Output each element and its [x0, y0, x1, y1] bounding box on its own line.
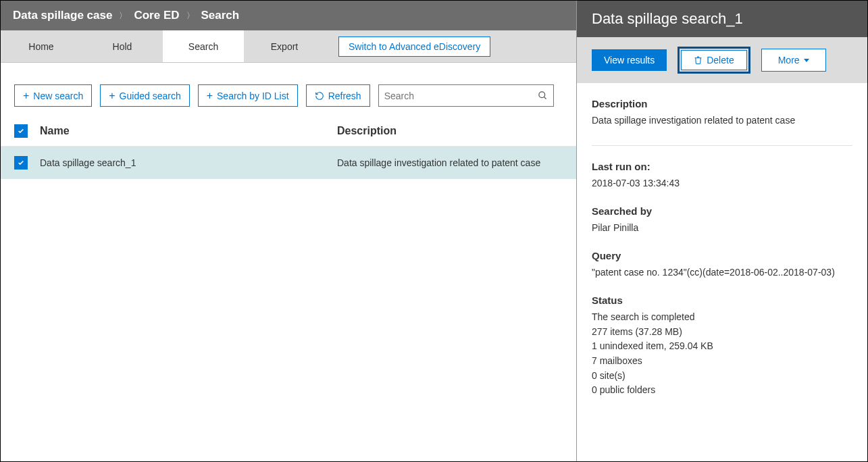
- guided-search-button[interactable]: + Guided search: [100, 84, 189, 107]
- tab-home[interactable]: Home: [1, 30, 82, 62]
- tab-hold[interactable]: Hold: [82, 30, 163, 62]
- search-icon: [538, 91, 548, 101]
- svg-line-1: [544, 97, 546, 99]
- table-row[interactable]: Data spillage search_1 Data spillage inv…: [1, 147, 576, 179]
- search-by-id-button[interactable]: + Search by ID List: [198, 84, 298, 107]
- plus-icon: +: [207, 91, 213, 101]
- view-results-button[interactable]: View results: [592, 49, 667, 71]
- chevron-right-icon: 〉: [186, 10, 195, 22]
- plus-icon: +: [23, 91, 29, 101]
- breadcrumb: Data spillage case 〉 Core ED 〉 Search: [1, 1, 576, 30]
- new-search-button[interactable]: + New search: [14, 84, 92, 107]
- status-line: The search is completed: [592, 310, 852, 325]
- toolbar: + New search + Guided search + Search by…: [1, 63, 576, 119]
- column-header-description[interactable]: Description: [337, 125, 563, 137]
- select-all-checkbox[interactable]: [14, 124, 28, 138]
- status-line: 277 items (37.28 MB): [592, 325, 852, 340]
- button-label: Delete: [707, 55, 734, 66]
- chevron-down-icon: [804, 59, 809, 62]
- refresh-icon: [315, 91, 324, 101]
- button-label: Guided search: [120, 91, 181, 101]
- query-label: Query: [592, 250, 852, 261]
- chevron-right-icon: 〉: [119, 10, 127, 22]
- table-header: Name Description: [1, 119, 576, 147]
- main-panel: Data spillage case 〉 Core ED 〉 Search Ho…: [1, 1, 577, 461]
- tab-export[interactable]: Export: [244, 30, 325, 62]
- detail-panel: Data spillage search_1 View results Dele…: [577, 1, 867, 461]
- tab-search[interactable]: Search: [163, 30, 244, 62]
- description-value: Data spillage investigation related to p…: [592, 113, 852, 128]
- delete-button[interactable]: Delete: [681, 50, 746, 70]
- query-value: "patent case no. 1234"(cc)(date=2018-06-…: [592, 265, 852, 280]
- refresh-button[interactable]: Refresh: [306, 84, 370, 107]
- delete-button-highlight: Delete: [678, 47, 750, 74]
- status-line: 0 site(s): [592, 369, 852, 384]
- row-checkbox[interactable]: [14, 156, 28, 170]
- row-description: Data spillage investigation related to p…: [337, 157, 563, 168]
- button-label: New search: [33, 91, 83, 101]
- description-label: Description: [592, 98, 852, 109]
- detail-title: Data spillage search_1: [577, 1, 867, 37]
- button-label: Refresh: [328, 91, 361, 101]
- status-label: Status: [592, 294, 852, 306]
- status-line: 7 mailboxes: [592, 354, 852, 369]
- divider: [592, 145, 852, 146]
- switch-advanced-button[interactable]: Switch to Advanced eDiscovery: [338, 36, 490, 57]
- breadcrumb-item[interactable]: Core ED: [134, 9, 179, 22]
- searched-by-label: Searched by: [592, 205, 852, 217]
- plus-icon: +: [109, 91, 115, 101]
- trash-icon: [694, 55, 703, 65]
- breadcrumb-item[interactable]: Data spillage case: [13, 9, 112, 22]
- more-button[interactable]: More: [761, 49, 826, 72]
- detail-body: Description Data spillage investigation …: [577, 83, 867, 405]
- search-input[interactable]: [384, 91, 538, 101]
- status-line: 1 unindexed item, 259.04 KB: [592, 339, 852, 354]
- breadcrumb-item[interactable]: Search: [201, 9, 240, 22]
- detail-actions: View results Delete More: [577, 37, 867, 83]
- searched-by-value: Pilar Pinilla: [592, 221, 852, 235]
- search-input-wrapper[interactable]: [378, 84, 554, 107]
- last-run-value: 2018-07-03 13:34:43: [592, 176, 852, 190]
- button-label: Search by ID List: [217, 91, 289, 101]
- last-run-label: Last run on:: [592, 161, 852, 172]
- tab-bar: Home Hold Search Export Switch to Advanc…: [1, 30, 576, 63]
- status-block: The search is completed 277 items (37.28…: [592, 310, 852, 398]
- svg-point-0: [539, 92, 545, 98]
- status-line: 0 public folders: [592, 383, 852, 398]
- button-label: More: [778, 55, 800, 66]
- row-name: Data spillage search_1: [40, 157, 337, 168]
- column-header-name[interactable]: Name: [40, 125, 337, 137]
